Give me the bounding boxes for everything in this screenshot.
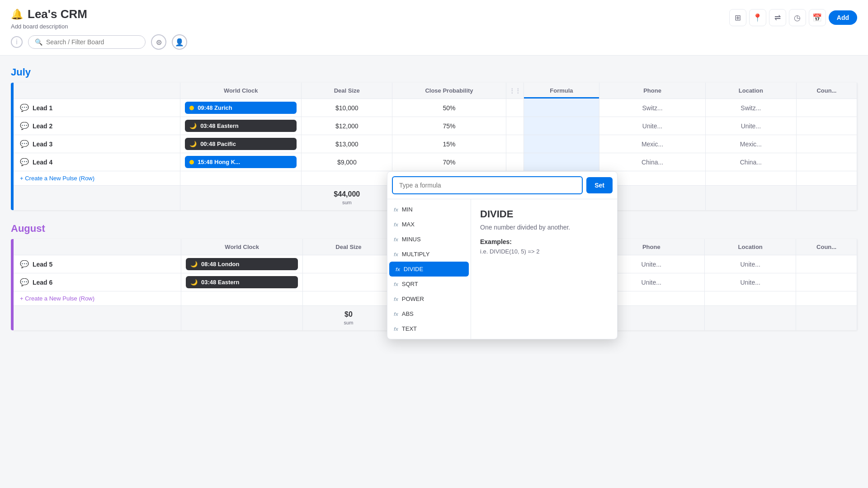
- formula-cell: [524, 135, 599, 153]
- formula-label: SQRT: [402, 281, 418, 287]
- comment-icon[interactable]: 💬: [20, 122, 29, 130]
- col-header-formula[interactable]: Formula: [524, 83, 599, 99]
- formula-item-divide[interactable]: fx DIVIDE: [389, 262, 469, 277]
- lead-name: Lead 1: [33, 104, 52, 112]
- prob-cell: 75%: [392, 117, 506, 135]
- phone-cell: China...: [599, 153, 706, 171]
- formula-detail-title: DIVIDE: [480, 208, 608, 220]
- group-title-july: July: [11, 66, 857, 78]
- col-header-location-aug: Location: [705, 239, 796, 255]
- lead-name-cell: 💬 Lead 6: [14, 273, 181, 291]
- comment-icon[interactable]: 💬: [20, 140, 29, 148]
- calendar-view-button[interactable]: 📅: [809, 9, 826, 26]
- phone-cell: Mexic...: [599, 135, 706, 153]
- formula-col-indicator: [524, 97, 599, 99]
- deal-cell: [303, 255, 394, 273]
- filter-view-button[interactable]: ⇌: [769, 9, 786, 26]
- fx-icon: fx: [394, 311, 398, 317]
- summary-deal-label: sum: [342, 200, 352, 205]
- col-header-count-aug: Coun...: [796, 239, 857, 255]
- filter-board-button[interactable]: ⊜: [151, 34, 166, 50]
- lead-name: Lead 6: [33, 279, 52, 286]
- chart-view-button[interactable]: ◷: [789, 9, 806, 26]
- clock-dot-yellow: [189, 106, 194, 110]
- table-view-button[interactable]: ⊞: [729, 9, 746, 26]
- formula-item-power[interactable]: fx POWER: [387, 291, 471, 306]
- comment-icon[interactable]: 💬: [20, 158, 29, 166]
- formula-item-min[interactable]: fx MIN: [387, 202, 471, 217]
- create-row-label-aug[interactable]: + Create a New Pulse (Row): [14, 291, 181, 306]
- clock-dot-moon: 🌙: [189, 122, 197, 129]
- count-cell: [796, 273, 857, 291]
- formula-cell: [524, 117, 599, 135]
- person-filter-button[interactable]: 👤: [172, 34, 187, 50]
- drag-cell: [506, 99, 524, 117]
- formula-item-max[interactable]: fx MAX: [387, 217, 471, 232]
- count-cell: [796, 153, 857, 171]
- fx-icon-active: fx: [396, 267, 400, 272]
- comment-icon[interactable]: 💬: [20, 278, 29, 286]
- formula-item-text[interactable]: fx TEXT: [387, 321, 471, 336]
- formula-item-multiply[interactable]: fx MULTIPLY: [387, 247, 471, 262]
- app-title: Lea's CRM: [28, 7, 87, 21]
- formula-cell: [524, 153, 599, 171]
- formula-item-sqrt[interactable]: fx SQRT: [387, 277, 471, 291]
- add-button[interactable]: Add: [829, 10, 857, 25]
- count-cell: [796, 135, 857, 153]
- formula-item-abs[interactable]: fx ABS: [387, 306, 471, 321]
- clock-dot-moon: 🌙: [190, 261, 198, 267]
- formula-set-button[interactable]: Set: [586, 177, 613, 193]
- formula-label: TEXT: [402, 325, 417, 332]
- prob-cell: 50%: [392, 99, 506, 117]
- formula-label: MAX: [402, 221, 415, 228]
- deal-cell: [303, 273, 394, 291]
- clock-time: 03:48 Eastern: [201, 279, 240, 286]
- drag-cell: [506, 117, 524, 135]
- comment-icon[interactable]: 💬: [20, 103, 29, 112]
- col-header-phone: Phone: [599, 83, 706, 99]
- formula-label: MULTIPLY: [402, 251, 430, 258]
- deal-cell: $13,000: [302, 135, 392, 153]
- drag-handle-icon: ⋮⋮: [509, 87, 521, 94]
- clock-time: 03:48 Eastern: [200, 122, 239, 129]
- formula-detail-example: i.e. DIVIDE(10, 5) => 2: [480, 248, 608, 255]
- lead-name: Lead 3: [33, 141, 52, 148]
- header-actions: ⊞ 📍 ⇌ ◷ 📅 Add: [729, 7, 857, 26]
- map-view-button[interactable]: 📍: [749, 9, 766, 26]
- formula-input[interactable]: [392, 176, 583, 194]
- location-cell: Unite...: [705, 255, 796, 273]
- formula-label: POWER: [402, 296, 424, 302]
- prob-cell: 15%: [392, 135, 506, 153]
- app-header: 🔔 Lea's CRM Add board description i 🔍 ⊜ …: [0, 0, 868, 56]
- lead-name: Lead 5: [33, 261, 52, 268]
- lead-name-cell: 💬 Lead 2: [14, 117, 180, 135]
- clock-time: 15:48 Hong K...: [198, 159, 240, 165]
- formula-item-minus[interactable]: fx MINUS: [387, 232, 471, 247]
- formula-body: fx MIN fx MAX fx MINUS fx MULTIPLY fx: [387, 199, 617, 339]
- clock-cell: 🌙 08:48 London: [181, 255, 302, 273]
- create-row-label[interactable]: + Create a New Pulse (Row): [14, 171, 180, 186]
- search-box[interactable]: 🔍: [28, 35, 146, 49]
- fx-icon: fx: [394, 252, 398, 257]
- formula-label: MINUS: [402, 236, 421, 243]
- summary-deal-value-aug: $0: [309, 310, 387, 319]
- clock-time: 09:48 Zurich: [198, 104, 232, 111]
- app-icon: 🔔: [11, 9, 23, 20]
- formula-cell: [524, 99, 599, 117]
- table-row: 💬 Lead 2 🌙 03:48 Eastern $12,000 75%: [14, 117, 857, 135]
- col-header-name: [14, 83, 180, 99]
- formula-detail: DIVIDE One number divided by another. Ex…: [471, 199, 617, 339]
- comment-icon[interactable]: 💬: [20, 260, 29, 268]
- formula-input-row: Set: [387, 172, 617, 199]
- search-input[interactable]: [46, 38, 139, 46]
- main-content: July World Clock Deal Size Close Probabi…: [0, 56, 868, 354]
- prob-cell: 70%: [392, 153, 506, 171]
- col-header-name-aug: [14, 239, 181, 255]
- lead-name-cell: 💬 Lead 3: [14, 135, 180, 153]
- location-cell: Mexic...: [705, 135, 796, 153]
- formula-popup: Set fx MIN fx MAX fx MINUS fx: [387, 171, 618, 339]
- fx-icon: fx: [394, 237, 398, 242]
- app-description[interactable]: Add board description: [11, 23, 187, 30]
- lead-name-cell: 💬 Lead 4: [14, 153, 180, 171]
- table-row: 💬 Lead 4 15:48 Hong K... $9,000 70%: [14, 153, 857, 171]
